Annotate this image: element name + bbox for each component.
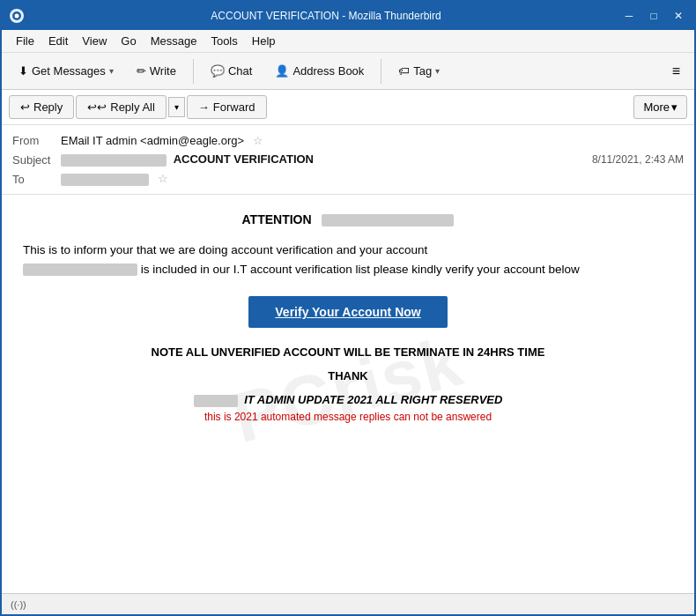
forward-label: Forward: [213, 100, 255, 114]
automated-text: this is 2021 automated message replies c…: [23, 411, 673, 423]
subject-blur: [61, 154, 167, 167]
toolbar: ⬇ Get Messages ▾ ✏ Write 💬 Chat 👤 Addres…: [2, 53, 694, 90]
close-button[interactable]: ✕: [670, 7, 687, 25]
forward-icon: →: [198, 100, 210, 114]
email-date: 8/11/2021, 2:43 AM: [592, 153, 684, 166]
from-value: EMail IT admin <admin@eagle.org> ☆: [61, 134, 684, 147]
status-bar: ((·)): [2, 593, 694, 614]
to-star-icon[interactable]: ☆: [158, 172, 168, 185]
get-messages-label: Get Messages: [32, 64, 106, 78]
reply-all-button[interactable]: ↩↩ Reply All: [76, 95, 167, 119]
minimize-button[interactable]: ─: [620, 7, 638, 25]
menu-go[interactable]: Go: [114, 33, 143, 49]
app-icon: [9, 8, 25, 24]
window-title: ACCOUNT VERIFICATION - Mozilla Thunderbi…: [32, 10, 620, 22]
hamburger-menu-button[interactable]: ≡: [665, 60, 687, 83]
address-book-button[interactable]: 👤 Address Book: [265, 60, 374, 82]
verify-button-wrapper: Verify Your Account Now: [23, 296, 673, 328]
address-book-icon: 👤: [275, 64, 289, 78]
action-bar: ↩ Reply ↩↩ Reply All ▾ → Forward More ▾: [2, 90, 694, 125]
tag-label: Tag: [413, 64, 432, 78]
admin-blur: [194, 395, 238, 407]
from-row: From EMail IT admin <admin@eagle.org> ☆: [12, 130, 684, 150]
more-label: More: [643, 100, 670, 114]
menu-message[interactable]: Message: [144, 33, 204, 49]
to-value: ☆: [61, 172, 684, 186]
title-bar: ACCOUNT VERIFICATION - Mozilla Thunderbi…: [2, 2, 694, 30]
menu-edit[interactable]: Edit: [41, 33, 75, 49]
email-body: PCrisk ATTENTION This is to inform your …: [2, 195, 694, 593]
forward-button[interactable]: → Forward: [187, 95, 267, 119]
more-chevron-icon: ▾: [671, 100, 677, 114]
subject-text: ACCOUNT VERIFICATION: [174, 152, 314, 166]
window-controls: ─ □ ✕: [620, 7, 687, 25]
from-text: EMail IT admin <admin@eagle.org>: [61, 134, 244, 147]
email-header: From EMail IT admin <admin@eagle.org> ☆ …: [2, 125, 694, 195]
tag-icon: 🏷: [398, 64, 410, 78]
to-blur: [61, 174, 149, 186]
note-text: NOTE ALL UNVERIFIED ACCOUNT WILL BE TERM…: [23, 345, 673, 359]
attention-line: ATTENTION: [23, 212, 673, 226]
maximize-button[interactable]: □: [645, 7, 663, 25]
to-label: To: [12, 173, 61, 186]
get-messages-icon: ⬇: [19, 64, 28, 78]
reply-all-icon: ↩↩: [87, 100, 107, 114]
menu-file[interactable]: File: [9, 33, 41, 49]
tag-chevron[interactable]: ▾: [435, 66, 440, 76]
toolbar-separator-1: [193, 59, 194, 84]
write-label: Write: [150, 64, 176, 78]
reply-icon: ↩: [20, 100, 30, 114]
menu-help[interactable]: Help: [245, 33, 283, 49]
svg-point-2: [15, 14, 19, 19]
tag-button[interactable]: 🏷 Tag ▾: [389, 60, 449, 82]
from-star-icon[interactable]: ☆: [253, 134, 263, 147]
more-button[interactable]: More ▾: [633, 95, 687, 119]
write-icon: ✏: [137, 64, 146, 78]
subject-row: Subject ACCOUNT VERIFICATION 8/11/2021, …: [12, 150, 684, 169]
menu-bar: File Edit View Go Message Tools Help: [2, 30, 694, 53]
reply-label: Reply: [33, 100, 63, 114]
attention-text: ATTENTION: [242, 212, 312, 226]
reply-all-dropdown[interactable]: ▾: [168, 97, 185, 117]
email-content: ATTENTION This is to inform your that we…: [23, 212, 673, 423]
get-messages-button[interactable]: ⬇ Get Messages ▾: [9, 60, 123, 82]
menu-tools[interactable]: Tools: [204, 33, 244, 49]
body-paragraph: This is to inform your that we are doing…: [23, 241, 673, 278]
chat-button[interactable]: 💬 Chat: [201, 60, 262, 82]
from-label: From: [12, 134, 61, 147]
chat-label: Chat: [228, 64, 252, 78]
main-window: ACCOUNT VERIFICATION - Mozilla Thunderbi…: [0, 0, 696, 616]
chat-icon: 💬: [211, 64, 225, 78]
admin-text: IT ADMIN UPDATE 2021 ALL RIGHT RESERVED: [23, 393, 673, 407]
body-line1: This is to inform your that we are doing…: [23, 243, 427, 256]
to-row: To ☆: [12, 169, 684, 189]
attention-blur: [322, 214, 454, 226]
write-button[interactable]: ✏ Write: [127, 60, 186, 82]
status-icon: ((·)): [11, 599, 26, 610]
body-blur: [23, 263, 137, 276]
body-line2: is included in our I.T account verificat…: [141, 263, 580, 276]
reply-button[interactable]: ↩ Reply: [9, 95, 74, 119]
subject-value: ACCOUNT VERIFICATION: [61, 152, 592, 167]
menu-view[interactable]: View: [75, 33, 114, 49]
verify-account-button[interactable]: Verify Your Account Now: [248, 296, 447, 328]
get-messages-chevron[interactable]: ▾: [109, 66, 114, 76]
thank-text: THANK: [23, 369, 673, 382]
reply-all-label: Reply All: [110, 100, 155, 114]
admin-label: IT ADMIN UPDATE 2021 ALL RIGHT RESERVED: [244, 393, 502, 406]
toolbar-separator-2: [381, 59, 381, 84]
subject-label: Subject: [12, 153, 61, 167]
address-book-label: Address Book: [292, 64, 364, 78]
